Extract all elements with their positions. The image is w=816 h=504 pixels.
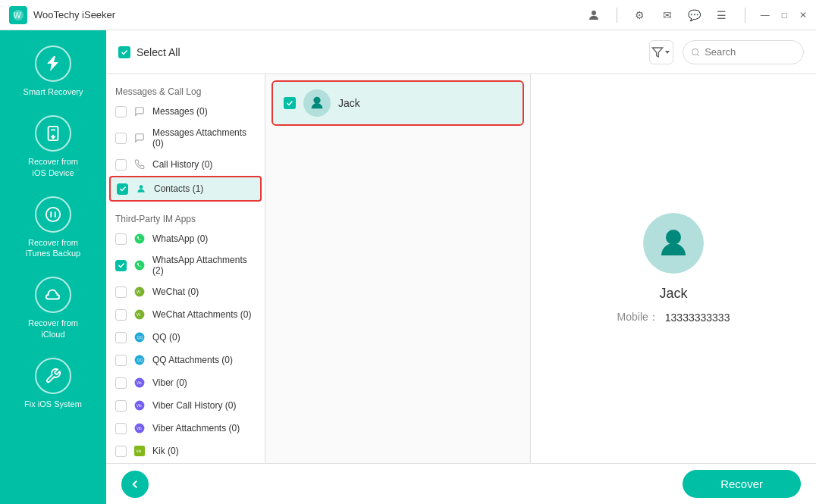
recover-button[interactable]: Recover: [683, 470, 801, 498]
viber-call-checkbox[interactable]: [115, 400, 127, 412]
whatsapp-att-checkbox[interactable]: [115, 260, 127, 271]
sidebar-item-recover-itunes[interactable]: Recover fromiTunes Backup: [8, 189, 99, 267]
messages-checkbox[interactable]: [115, 106, 127, 117]
contacts-icon: [134, 182, 148, 196]
separator: [617, 8, 617, 23]
mid-panel: Jack: [265, 74, 531, 463]
recover-itunes-label: Recover fromiTunes Backup: [26, 237, 80, 259]
jack-checkbox[interactable]: [284, 97, 296, 109]
sidebar-item-smart-recovery[interactable]: Smart Recovery: [8, 38, 99, 105]
viber-att-icon: Vib: [133, 421, 146, 435]
svg-line-9: [697, 54, 698, 55]
list-item-qq-attachments[interactable]: QQ QQ Attachments (0): [106, 349, 265, 371]
whatsapp-icon: [133, 232, 146, 246]
svg-text:Vib: Vib: [137, 427, 142, 430]
back-button[interactable]: [121, 471, 149, 498]
viber-checkbox[interactable]: [115, 377, 127, 389]
messages-label: Messages (0): [152, 106, 208, 117]
sidebar-item-fix-ios[interactable]: Fix iOS System: [8, 350, 99, 417]
svg-marker-7: [665, 51, 670, 54]
wechat-checkbox[interactable]: [115, 286, 127, 298]
detail-mobile-value: 13333333333: [665, 311, 730, 324]
viber-att-label: Viber Attachments (0): [152, 423, 240, 434]
list-item-call-history[interactable]: Call History (0): [106, 153, 265, 176]
sidebar-item-recover-ios[interactable]: Recover fromiOS Device: [8, 108, 99, 186]
list-item-contacts[interactable]: Contacts (1): [109, 176, 262, 202]
contacts-checkbox[interactable]: [117, 183, 128, 195]
main-layout: Smart Recovery Recover fromiOS Device Re…: [0, 30, 816, 504]
content-area: Select All Messages & Call Log: [106, 30, 816, 504]
svg-text:W: W: [137, 290, 140, 294]
jack-name: Jack: [338, 97, 360, 109]
list-item-messages-attachments[interactable]: Messages Attachments (0): [106, 123, 265, 153]
qq-label: QQ (0): [152, 332, 180, 343]
select-all-container[interactable]: Select All: [118, 46, 180, 58]
settings-icon[interactable]: ⚙: [632, 8, 648, 23]
detail-avatar: [643, 213, 704, 274]
svg-text:QQ: QQ: [137, 358, 143, 362]
whatsapp-att-icon: [133, 258, 146, 272]
list-item-wechat-attachments[interactable]: W WeChat Attachments (0): [106, 303, 265, 326]
list-item-viber-call[interactable]: Vib Viber Call History (0): [106, 394, 265, 417]
messages-att-checkbox[interactable]: [115, 133, 127, 144]
whatsapp-checkbox[interactable]: [115, 233, 127, 245]
menu-icon[interactable]: ☰: [714, 8, 730, 23]
bottom-bar: Recover: [106, 463, 816, 504]
viber-att-checkbox[interactable]: [115, 423, 127, 434]
svg-point-5: [46, 208, 60, 221]
separator2: [745, 8, 745, 23]
recover-ios-label: Recover fromiOS Device: [28, 156, 78, 178]
svg-point-10: [140, 185, 143, 189]
app-logo: W: [9, 6, 27, 24]
sidebar-item-recover-icloud[interactable]: Recover fromiCloud: [8, 269, 99, 347]
svg-text:W: W: [14, 11, 21, 20]
close-button[interactable]: ✕: [799, 10, 807, 20]
svg-point-11: [135, 234, 145, 244]
list-item-messages[interactable]: Messages (0): [106, 100, 265, 123]
sidebar: Smart Recovery Recover fromiOS Device Re…: [0, 30, 106, 504]
svg-point-8: [692, 49, 698, 55]
kik-checkbox[interactable]: [115, 446, 127, 457]
messages-att-label: Messages Attachments (0): [152, 127, 256, 149]
wechat-att-label: WeChat Attachments (0): [152, 309, 252, 320]
svg-point-12: [135, 261, 145, 271]
whatsapp-att-label: WhatsApp Attachments (2): [152, 255, 256, 276]
filter-button[interactable]: [649, 40, 673, 64]
svg-point-34: [666, 230, 681, 245]
list-item-viber-att[interactable]: Vib Viber Attachments (0): [106, 417, 265, 440]
qq-att-label: QQ Attachments (0): [152, 355, 233, 365]
list-item-qq[interactable]: QQ QQ (0): [106, 326, 265, 349]
wechat-label: WeChat (0): [152, 286, 199, 297]
viber-label: Viber (0): [152, 377, 187, 388]
profile-icon[interactable]: [586, 8, 601, 23]
chat-icon[interactable]: 💬: [687, 8, 702, 23]
minimize-button[interactable]: —: [761, 10, 770, 20]
list-item-whatsapp[interactable]: WhatsApp (0): [106, 227, 265, 250]
left-panel: Messages & Call Log Messages (0) Message…: [106, 74, 265, 463]
search-input[interactable]: [705, 46, 796, 58]
svg-point-2: [592, 11, 596, 15]
fix-ios-icon: [35, 358, 71, 394]
contact-card-jack[interactable]: Jack: [271, 80, 524, 126]
select-all-checkbox[interactable]: [118, 46, 130, 58]
top-bar: Select All: [106, 30, 816, 74]
smart-recovery-icon: [35, 45, 71, 82]
svg-text:W: W: [137, 312, 140, 317]
qq-att-icon: QQ: [133, 353, 146, 367]
call-history-checkbox[interactable]: [115, 159, 127, 171]
wechat-icon: W: [133, 285, 146, 299]
svg-marker-6: [652, 48, 662, 57]
recover-ios-icon: [35, 115, 71, 152]
viber-call-icon: Vib: [133, 399, 146, 412]
list-item-kik[interactable]: kik Kik (0): [106, 440, 265, 462]
search-box[interactable]: [683, 40, 804, 64]
qq-checkbox[interactable]: [115, 332, 127, 343]
wechat-att-checkbox[interactable]: [115, 309, 127, 321]
mail-icon[interactable]: ✉: [660, 8, 675, 23]
list-item-viber[interactable]: Vib Viber (0): [106, 371, 265, 394]
list-item-whatsapp-attachments[interactable]: WhatsApp Attachments (2): [106, 250, 265, 280]
jack-avatar: [303, 89, 331, 117]
list-item-wechat[interactable]: W WeChat (0): [106, 280, 265, 303]
maximize-button[interactable]: □: [782, 10, 787, 20]
qq-att-checkbox[interactable]: [115, 355, 127, 366]
